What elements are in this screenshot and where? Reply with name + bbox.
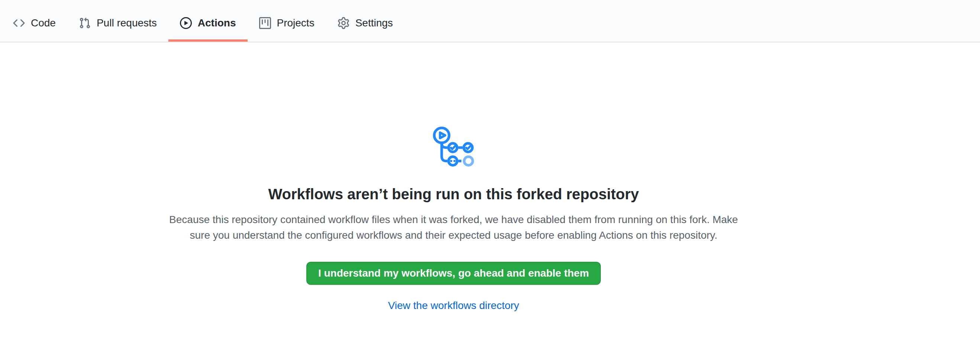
- tab-settings[interactable]: Settings: [326, 0, 404, 42]
- tab-code-label: Code: [31, 17, 56, 29]
- git-pull-request-icon: [79, 17, 91, 29]
- workflow-icon: [433, 126, 474, 167]
- actions-empty-state: Workflows aren’t being run on this forke…: [149, 126, 759, 311]
- tab-actions-label: Actions: [198, 17, 236, 29]
- empty-state-description-line-1: Because this repository contained workfl…: [149, 212, 759, 227]
- tab-projects[interactable]: Projects: [248, 0, 326, 42]
- tab-pull-requests[interactable]: Pull requests: [67, 0, 169, 42]
- gear-icon: [337, 17, 350, 29]
- tab-actions[interactable]: Actions: [169, 0, 248, 42]
- tab-settings-label: Settings: [355, 17, 393, 29]
- tab-projects-label: Projects: [277, 17, 315, 29]
- project-icon: [259, 17, 271, 29]
- view-workflows-directory-link[interactable]: View the workflows directory: [388, 300, 519, 311]
- tab-code[interactable]: Code: [2, 0, 67, 42]
- repo-tab-nav: Code Pull requests Actions Projects Sett…: [0, 0, 980, 42]
- tab-pull-requests-label: Pull requests: [97, 17, 157, 29]
- empty-state-description-line-2: sure you understand the configured workf…: [149, 227, 759, 243]
- enable-workflows-button[interactable]: I understand my workflows, go ahead and …: [306, 262, 601, 285]
- empty-state-description: Because this repository contained workfl…: [149, 212, 759, 243]
- empty-state-title: Workflows aren’t being run on this forke…: [149, 185, 759, 203]
- code-icon: [13, 17, 25, 29]
- play-icon: [180, 17, 192, 29]
